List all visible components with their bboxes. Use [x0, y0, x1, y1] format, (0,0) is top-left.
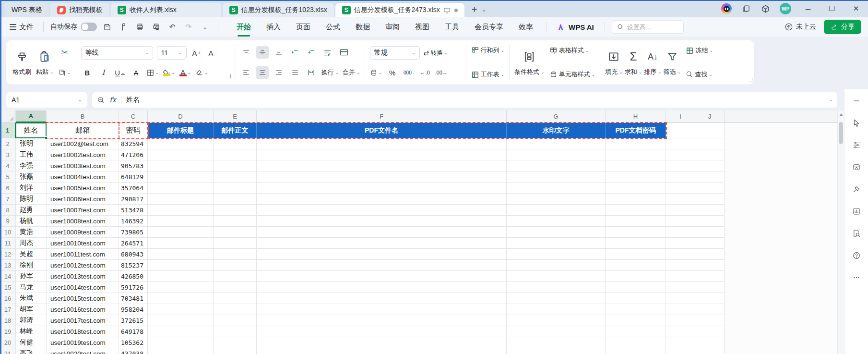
command-search-input[interactable]: [627, 24, 675, 31]
cell-password[interactable]: 649178: [119, 326, 148, 337]
cell-empty[interactable]: [148, 227, 214, 238]
cell-style-button[interactable]: 单元格样式⌄: [549, 70, 595, 79]
cell-empty[interactable]: [695, 249, 725, 260]
row-header-18[interactable]: 18: [0, 315, 16, 326]
cell-empty[interactable]: [666, 149, 695, 160]
cell-empty[interactable]: [666, 183, 695, 194]
cell-empty[interactable]: [214, 238, 257, 249]
cell-empty[interactable]: [606, 160, 666, 171]
doc-search-icon[interactable]: [851, 228, 862, 239]
cell-empty[interactable]: [257, 238, 507, 249]
cell-name[interactable]: 马龙: [16, 282, 47, 293]
cell-empty[interactable]: [666, 138, 695, 149]
row-header-17[interactable]: 17: [0, 304, 16, 315]
cell-email[interactable]: user10019test.com: [47, 337, 119, 348]
cell-empty[interactable]: [257, 326, 507, 337]
cell-email[interactable]: user10004test.com: [47, 171, 119, 183]
cell-empty[interactable]: [695, 238, 725, 249]
copy-button[interactable]: ⌄: [59, 66, 71, 79]
cell-empty[interactable]: [695, 293, 725, 304]
ribbon-tab-视图[interactable]: 视图: [408, 20, 436, 35]
ribbon-tab-数据[interactable]: 数据: [349, 20, 377, 35]
cell-name[interactable]: 李强: [16, 160, 47, 171]
undo-icon[interactable]: ↶: [166, 21, 178, 33]
rows-cols-button[interactable]: 行和列⌄: [471, 46, 505, 55]
cell-email[interactable]: user10013test.com: [47, 271, 119, 282]
wrap-text-icon[interactable]: [321, 46, 334, 59]
cell-password[interactable]: 648129: [119, 171, 148, 183]
file-menu-button[interactable]: 文件: [7, 23, 36, 32]
cell-name[interactable]: 张磊: [16, 171, 47, 183]
cell-name[interactable]: 黄浩: [16, 227, 47, 238]
cell-empty[interactable]: [507, 227, 606, 238]
column-header-E[interactable]: E: [214, 110, 257, 122]
row-header-5[interactable]: 5: [0, 171, 16, 183]
tools-icon[interactable]: [851, 183, 862, 195]
table-style-button[interactable]: 表格样式⌄: [549, 46, 595, 55]
ribbon-tab-开始[interactable]: 开始: [230, 20, 258, 35]
cell-empty[interactable]: [148, 271, 214, 282]
row-header-9[interactable]: 9: [0, 216, 16, 227]
number-format-select[interactable]: 常规⌄: [370, 46, 420, 60]
row-header-20[interactable]: 20: [0, 337, 16, 348]
cell-email[interactable]: user10020test.com: [47, 348, 119, 354]
ribbon-tab-插入[interactable]: 插入: [260, 20, 287, 35]
cell-empty[interactable]: [214, 149, 257, 160]
row-header-11[interactable]: 11: [0, 238, 16, 249]
cell-empty[interactable]: [214, 138, 257, 149]
cell-empty[interactable]: [148, 348, 214, 354]
decrease-indent-icon[interactable]: [289, 46, 301, 59]
cell-name[interactable]: 孙军: [16, 271, 47, 282]
row-header-13[interactable]: 13: [0, 260, 16, 271]
cell-name[interactable]: 张明: [16, 138, 47, 149]
cell-empty[interactable]: [507, 337, 606, 348]
sum-button[interactable]: Σ 求和⌄: [625, 49, 642, 76]
cell-empty[interactable]: [148, 160, 214, 171]
maximize-button[interactable]: ☐: [825, 2, 839, 15]
find-button[interactable]: 查找⌄: [686, 70, 713, 79]
align-bottom-icon[interactable]: [273, 46, 285, 59]
cell-empty[interactable]: [257, 293, 507, 304]
cell-empty[interactable]: [148, 315, 214, 326]
cell-empty[interactable]: [666, 315, 695, 326]
cell-password[interactable]: 105362: [119, 337, 148, 348]
paste-button[interactable]: 粘贴⌄: [36, 49, 54, 76]
merge-cells-icon[interactable]: [338, 46, 350, 59]
cell-name[interactable]: 刘洋: [16, 183, 47, 194]
column-header-C[interactable]: C: [119, 110, 148, 122]
cell-empty[interactable]: [214, 227, 257, 238]
font-name-select[interactable]: 等线⌄: [81, 46, 153, 60]
cell-empty[interactable]: [148, 260, 214, 271]
currency-icon[interactable]: ⌄: [370, 66, 382, 79]
worksheet-button[interactable]: 工作表⌄: [471, 70, 505, 79]
cell-email[interactable]: user10003test.com: [47, 160, 119, 171]
row-header-7[interactable]: 7: [0, 194, 16, 205]
row-header-16[interactable]: 16: [0, 293, 16, 304]
cell-password[interactable]: 815237: [119, 260, 148, 271]
increase-font-icon[interactable]: A+: [190, 47, 203, 59]
cell-empty[interactable]: [695, 194, 725, 205]
wrap-button[interactable]: 换行⌄: [321, 68, 339, 77]
font-dialog-launcher-icon[interactable]: [227, 74, 231, 78]
quick-access-chevron-icon[interactable]: ⌄: [199, 21, 211, 33]
cell-empty[interactable]: [214, 160, 257, 171]
font-color-button[interactable]: A⌄: [179, 66, 191, 79]
cell-password[interactable]: 471206: [119, 149, 148, 160]
cell-email[interactable]: user10006test.com: [47, 194, 119, 205]
cell-empty[interactable]: [507, 293, 606, 304]
docer-template-tab[interactable]: 找稻壳模板: [50, 3, 109, 17]
cell-empty[interactable]: [148, 293, 214, 304]
column-header-H[interactable]: H: [606, 110, 666, 122]
cell-empty[interactable]: [257, 149, 507, 160]
cell-password[interactable]: 290817: [119, 194, 148, 205]
cell-password[interactable]: 426850: [119, 271, 148, 282]
cell-name[interactable]: 郭涛: [16, 315, 47, 326]
cell-empty[interactable]: [214, 337, 257, 348]
tab-list-chevron-icon[interactable]: ⌄: [482, 7, 486, 13]
cell-empty[interactable]: [695, 271, 725, 282]
percent-icon[interactable]: %: [386, 66, 399, 79]
cell-email[interactable]: user10005test.com: [47, 183, 119, 194]
cell-empty[interactable]: [606, 183, 666, 194]
cell-empty[interactable]: [507, 238, 606, 249]
user-avatar[interactable]: WP: [780, 3, 791, 14]
